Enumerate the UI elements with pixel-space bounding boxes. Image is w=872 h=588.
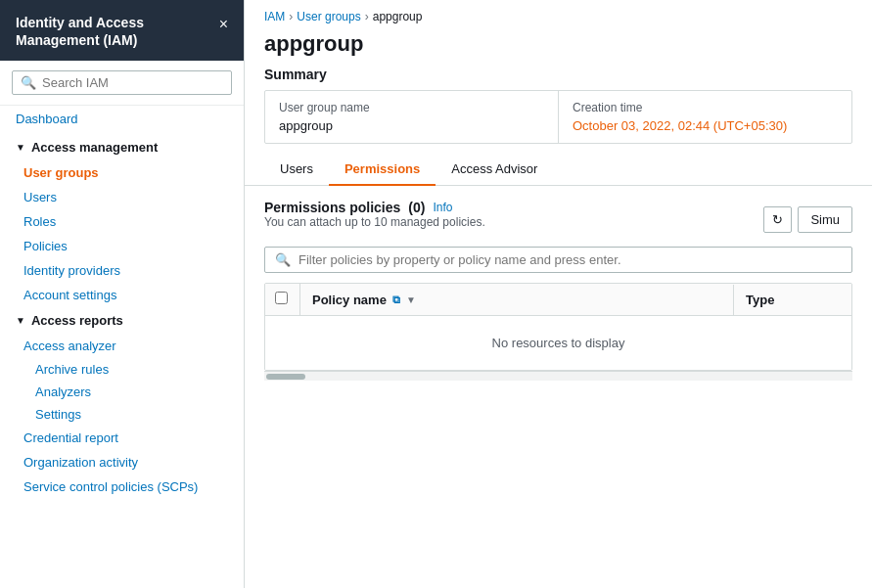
sidebar-item-service-control-policies[interactable]: Service control policies (SCPs): [0, 475, 244, 499]
sidebar-item-roles[interactable]: Roles: [0, 209, 244, 234]
summary-col-name: User group name appgroup: [265, 91, 559, 143]
info-link[interactable]: Info: [433, 201, 452, 214]
main-content: IAM › User groups › appgroup appgroup Su…: [245, 0, 872, 588]
sidebar-item-policies[interactable]: Policies: [0, 234, 244, 258]
sidebar-item-account-settings[interactable]: Account settings: [0, 283, 244, 307]
table-header-policy-name: Policy name ⧉ ▼: [300, 285, 734, 315]
search-icon: 🔍: [21, 75, 36, 90]
filter-bar: 🔍: [264, 247, 852, 273]
summary-section: Summary User group name appgroup Creatio…: [245, 67, 872, 154]
sidebar-item-organization-activity[interactable]: Organization activity: [0, 450, 244, 475]
type-label: Type: [746, 293, 774, 307]
table-header: Policy name ⧉ ▼ Type: [265, 284, 851, 316]
sidebar-title: Identity and Access Management (IAM): [16, 14, 211, 49]
summary-col-creation-value: October 03, 2022, 02:44 (UTC+05:30): [573, 118, 838, 133]
external-link-icon[interactable]: ⧉: [392, 294, 400, 306]
table-header-checkbox: [265, 284, 300, 315]
tab-permissions[interactable]: Permissions: [329, 154, 436, 186]
permissions-actions: ↻ Simu: [763, 206, 852, 233]
close-icon[interactable]: ×: [219, 16, 228, 33]
refresh-button[interactable]: ↻: [763, 206, 792, 233]
sidebar-header: Identity and Access Management (IAM) ×: [0, 0, 244, 61]
tabs-bar: Users Permissions Access Advisor: [245, 154, 872, 186]
sidebar-item-settings[interactable]: Settings: [0, 403, 244, 426]
sidebar-item-identity-providers[interactable]: Identity providers: [0, 258, 244, 283]
sidebar-item-access-analyzer[interactable]: Access analyzer: [0, 334, 244, 358]
sidebar-item-users[interactable]: Users: [0, 185, 244, 209]
summary-col-name-value: appgroup: [279, 118, 544, 133]
permissions-content: Permissions policies (0) Info You can at…: [245, 186, 872, 588]
sidebar-item-credential-report[interactable]: Credential report: [0, 426, 244, 450]
summary-table: User group name appgroup Creation time O…: [264, 90, 852, 144]
sidebar-section-access-reports[interactable]: ▼ Access reports: [0, 307, 244, 334]
breadcrumb-sep-2: ›: [365, 10, 369, 23]
summary-col-creation-label: Creation time: [573, 101, 838, 114]
breadcrumb: IAM › User groups › appgroup: [245, 0, 872, 27]
sidebar-item-dashboard[interactable]: Dashboard: [0, 106, 244, 134]
sidebar-item-user-groups[interactable]: User groups: [0, 160, 244, 185]
search-wrap: 🔍: [12, 70, 232, 95]
filter-input[interactable]: [298, 252, 842, 267]
chevron-down-icon-reports: ▼: [16, 315, 25, 326]
summary-col-name-label: User group name: [279, 101, 544, 114]
permissions-table: Policy name ⧉ ▼ Type No resources to dis…: [264, 283, 852, 371]
breadcrumb-sep-1: ›: [289, 10, 293, 23]
select-all-checkbox[interactable]: [275, 292, 288, 304]
page-title: appgroup: [245, 27, 872, 67]
filter-search-icon: 🔍: [275, 252, 291, 267]
search-input[interactable]: [42, 75, 223, 90]
sidebar: Identity and Access Management (IAM) × 🔍…: [0, 0, 245, 588]
permissions-subtitle: You can attach up to 10 managed policies…: [264, 215, 485, 229]
sort-icon[interactable]: ▼: [406, 294, 416, 305]
scrollbar-thumb[interactable]: [266, 374, 305, 380]
no-resources-message: No resources to display: [265, 316, 851, 370]
sidebar-section-access-management[interactable]: ▼ Access management: [0, 134, 244, 160]
breadcrumb-current: appgroup: [373, 10, 423, 23]
policy-name-label: Policy name: [312, 293, 387, 307]
permissions-count: (0): [408, 200, 425, 215]
permissions-header: Permissions policies (0) Info You can at…: [264, 200, 852, 239]
chevron-down-icon: ▼: [16, 142, 25, 153]
summary-label: Summary: [264, 67, 852, 82]
sidebar-item-archive-rules[interactable]: Archive rules: [0, 358, 244, 381]
permissions-title-row: Permissions policies (0) Info: [264, 200, 485, 215]
simulate-button[interactable]: Simu: [798, 206, 852, 233]
tab-users[interactable]: Users: [264, 154, 329, 186]
permissions-title: Permissions policies: [264, 200, 400, 215]
summary-col-creation: Creation time October 03, 2022, 02:44 (U…: [559, 91, 851, 143]
sidebar-section-access-reports-label: Access reports: [31, 313, 123, 328]
breadcrumb-iam[interactable]: IAM: [264, 10, 285, 23]
table-header-type: Type: [734, 285, 851, 315]
sidebar-section-access-management-label: Access management: [31, 140, 158, 155]
sidebar-item-analyzers[interactable]: Analyzers: [0, 381, 244, 403]
sidebar-search-container: 🔍: [0, 61, 244, 106]
permissions-title-col: Permissions policies (0) Info You can at…: [264, 200, 485, 239]
breadcrumb-user-groups[interactable]: User groups: [297, 10, 360, 23]
tab-access-advisor[interactable]: Access Advisor: [436, 154, 553, 186]
horizontal-scrollbar[interactable]: [264, 371, 852, 381]
